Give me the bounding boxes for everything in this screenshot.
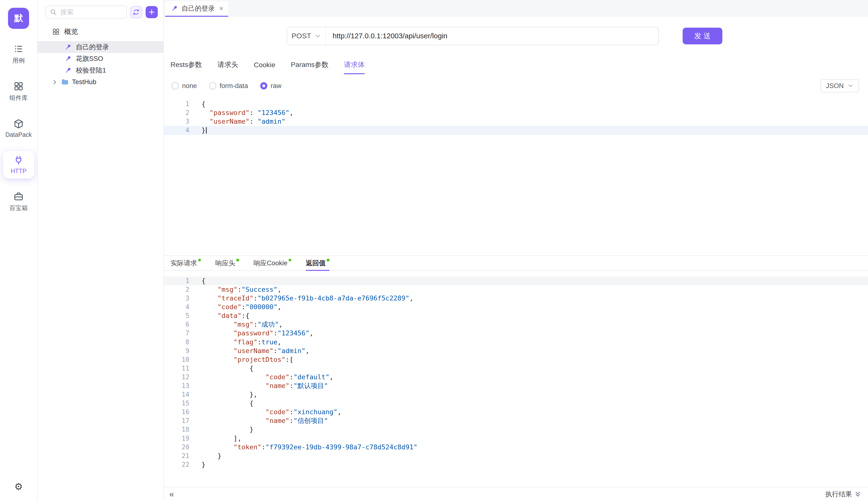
code-line[interactable]: 12 "code":"default", <box>164 373 868 382</box>
app-root: 默 用例组件库DataPackHTTP百宝箱 ⚙ 概览 <box>0 0 868 501</box>
code-line[interactable]: 1{ <box>164 100 868 108</box>
method-select[interactable]: POST <box>287 27 326 45</box>
response-tab-label: 响应Cookie <box>253 259 287 267</box>
code-line[interactable]: 5 "data":{ <box>164 311 868 320</box>
section-label: 概览 <box>64 27 78 36</box>
code-line[interactable]: 15 { <box>164 399 868 408</box>
code-line[interactable]: 18 } <box>164 425 868 434</box>
code-text: "name":"信创项目" <box>189 416 328 425</box>
body-mode-label: none <box>182 82 197 90</box>
code-line[interactable]: 3 "traceId":"b027965e-f91b-4cb8-a7da-e76… <box>164 294 868 303</box>
code-line[interactable]: 22} <box>164 460 868 469</box>
settings-gear-icon[interactable]: ⚙ <box>14 481 23 492</box>
code-line[interactable]: 17 "name":"信创项目" <box>164 416 868 425</box>
sync-button[interactable] <box>130 6 142 18</box>
code-text: { <box>189 276 206 285</box>
tree-item-label: TestHub <box>72 78 97 86</box>
rail-item-label: 用例 <box>13 56 25 64</box>
code-text: "userName":"admin", <box>189 347 309 355</box>
code-line[interactable]: 10 "projectDtos":[ <box>164 355 868 364</box>
overview-section[interactable]: 概览 <box>37 19 163 42</box>
code-line[interactable]: 11 { <box>164 364 868 373</box>
tree-item-label: 花旗SSO <box>76 54 103 63</box>
exec-result-toggle[interactable]: 执行结果 <box>825 490 861 499</box>
code-line[interactable]: 3 "userName": "admin" <box>164 117 868 126</box>
line-number: 9 <box>164 347 189 355</box>
response-tab[interactable]: 响应Cookie <box>253 256 291 270</box>
rail-item-components[interactable]: 组件库 <box>3 77 34 106</box>
response-tab[interactable]: 实际请求 <box>171 256 201 270</box>
rail-item-http[interactable]: HTTP <box>3 151 34 179</box>
request-tab[interactable]: Rests参数 <box>171 55 202 74</box>
components-icon <box>13 81 24 92</box>
code-line[interactable]: 1{ <box>164 276 868 285</box>
code-text: "code":"default", <box>189 373 333 382</box>
tree-item-own-login[interactable]: 自己的登录 <box>37 41 163 53</box>
toolbox-icon <box>13 191 24 202</box>
response-tab[interactable]: 响应头 <box>216 256 239 270</box>
request-tab[interactable]: Cookie <box>254 55 275 74</box>
document-tab[interactable]: 自己的登录× <box>165 1 229 17</box>
tree-item-label: 校验登陆1 <box>76 66 106 75</box>
body-mode-radio[interactable]: none <box>172 82 197 90</box>
body-mode-label: raw <box>271 82 281 90</box>
search-input[interactable] <box>61 8 123 16</box>
pin-icon <box>64 55 72 63</box>
code-line[interactable]: 7 "password":"123456", <box>164 329 868 338</box>
code-line[interactable]: 20 "token":"f79392ee-19db-4399-98a7-c78d… <box>164 443 868 451</box>
rail-item-label: HTTP <box>11 168 27 174</box>
collapse-sidebar-button[interactable]: « <box>169 490 174 498</box>
app-logo[interactable]: 默 <box>8 8 29 29</box>
line-number: 20 <box>164 443 189 451</box>
send-button[interactable]: 发 送 <box>683 28 722 44</box>
code-line[interactable]: 8 "flag":true, <box>164 338 868 347</box>
radio-icon <box>172 82 179 89</box>
request-tab[interactable]: 请求体 <box>344 55 365 74</box>
rail-item-label: 组件库 <box>9 94 28 102</box>
code-line[interactable]: 19 ], <box>164 434 868 443</box>
tree-item-check-login[interactable]: 校验登陆1 <box>37 64 163 76</box>
request-body-editor[interactable]: 1{2 "password": "123456",3 "userName": "… <box>164 97 868 255</box>
body-mode-radio[interactable]: raw <box>260 82 282 90</box>
body-mode-radio[interactable]: form-data <box>209 82 248 90</box>
code-line[interactable]: 16 "code":"xinchuang", <box>164 408 868 416</box>
line-number: 8 <box>164 338 189 347</box>
code-line[interactable]: 6 "msg":"成功", <box>164 320 868 329</box>
response-editor[interactable]: 1{2 "msg":"Success",3 "traceId":"b027965… <box>164 271 868 487</box>
line-number: 19 <box>164 434 189 443</box>
code-line[interactable]: 2 "password": "123456", <box>164 108 868 117</box>
code-line[interactable]: 13 "name":"默认项目" <box>164 382 868 390</box>
code-line[interactable]: 14 }, <box>164 390 868 399</box>
line-number: 18 <box>164 425 189 434</box>
tree-item-testhub[interactable]: TestHub <box>37 76 163 88</box>
response-tab-label: 返回值 <box>306 259 326 267</box>
code-line[interactable]: 21 } <box>164 451 868 460</box>
tree-item-huaqi-sso[interactable]: 花旗SSO <box>37 53 163 64</box>
code-text: }, <box>189 390 257 399</box>
code-line[interactable]: 4 "code":"000000", <box>164 303 868 311</box>
add-button[interactable] <box>146 6 158 18</box>
code-text: { <box>189 100 206 108</box>
code-text: { <box>189 364 253 373</box>
code-text: } <box>189 126 207 135</box>
format-select[interactable]: JSON <box>821 79 859 93</box>
code-line[interactable]: 4} <box>164 126 868 135</box>
request-tab[interactable]: 请求头 <box>218 55 239 74</box>
request-tab[interactable]: Params参数 <box>291 55 328 74</box>
usecase-icon <box>13 44 24 54</box>
api-tree: 自己的登录花旗SSO校验登陆1TestHub <box>37 41 163 88</box>
line-number: 2 <box>164 285 189 294</box>
rail-item-toolbox[interactable]: 百宝箱 <box>3 188 34 216</box>
code-line[interactable]: 2 "msg":"Success", <box>164 285 868 294</box>
close-icon[interactable]: × <box>219 4 223 13</box>
chevron-down-icon <box>847 83 854 89</box>
code-line[interactable]: 9 "userName":"admin", <box>164 347 868 355</box>
response-tab[interactable]: 返回值 <box>306 256 330 270</box>
radio-icon <box>209 82 216 89</box>
rail-item-datapack[interactable]: DataPack <box>3 115 34 142</box>
request-tabs: Rests参数请求头CookieParams参数请求体 <box>164 55 868 74</box>
url-input[interactable] <box>326 27 658 45</box>
main-panel: 自己的登录× POST 发 送 Rests参数请求头CookieParams参数… <box>164 0 868 501</box>
code-text: "flag":true, <box>189 338 281 347</box>
rail-item-usecase[interactable]: 用例 <box>3 40 34 68</box>
